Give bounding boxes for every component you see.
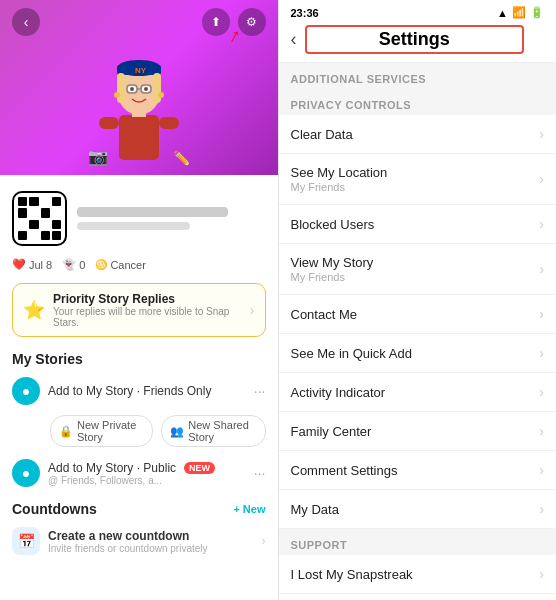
story-label-public: Add to My Story · Public (48, 461, 176, 475)
story-sub-public: @ Friends, Followers, a... (48, 475, 246, 486)
settings-item-my-data[interactable]: My Data › (279, 490, 557, 529)
activity-indicator-chevron: › (539, 384, 544, 400)
family-center-label: Family Center (291, 424, 540, 439)
edit-icon[interactable]: ✏️ (173, 150, 190, 166)
countdown-title: Create a new countdown (48, 529, 254, 543)
settings-item-contact-me[interactable]: Contact Me › (279, 295, 557, 334)
stat-date-value: Jul 8 (29, 259, 52, 271)
priority-card[interactable]: ⭐ Priority Story Replies Your replies wi… (12, 283, 266, 337)
stat-snaps: 👻 0 (62, 258, 85, 271)
settings-item-comment-settings[interactable]: Comment Settings › (279, 451, 557, 490)
settings-title: Settings (305, 25, 525, 54)
quick-add-chevron: › (539, 345, 544, 361)
contact-me-chevron: › (539, 306, 544, 322)
profile-info: ❤️ Jul 8 👻 0 ♋ Cancer (0, 175, 278, 283)
settings-item-activity-indicator[interactable]: Activity Indicator › (279, 373, 557, 412)
support-header: SUPPORT (279, 529, 557, 555)
settings-item-clear-data[interactable]: Clear Data › (279, 115, 557, 154)
my-location-sub: My Friends (291, 181, 540, 193)
new-shared-story-btn[interactable]: 👥 New Shared Story (161, 415, 265, 447)
countdown-sub: Invite friends or countdown privately (48, 543, 254, 554)
new-private-story-btn[interactable]: 🔒 New Private Story (50, 415, 153, 447)
story-item-friends-only[interactable]: ● Add to My Story · Friends Only ··· (0, 371, 278, 411)
profile-header: ‹ ⬆ ⚙ ↑ (0, 0, 278, 175)
svg-rect-6 (117, 73, 125, 103)
snapcode (12, 191, 67, 246)
privacy-controls-header: PRIVACY CONTROLS (279, 89, 557, 115)
right-status-time: 23:36 (291, 7, 319, 19)
countdowns-title: Countdowns (12, 501, 97, 517)
svg-rect-18 (159, 117, 179, 129)
back-button[interactable]: ‹ (12, 8, 40, 36)
view-story-chevron: › (539, 261, 544, 277)
my-data-chevron: › (539, 501, 544, 517)
comment-settings-chevron: › (539, 462, 544, 478)
avatar: NY (84, 40, 194, 170)
profile-stats: ❤️ Jul 8 👻 0 ♋ Cancer (12, 254, 266, 275)
svg-point-11 (144, 87, 148, 91)
right-status-bar: 23:36 ▲ 📶 🔋 (279, 0, 557, 19)
wifi-icon: 📶 (512, 6, 526, 19)
right-back-button[interactable]: ‹ (291, 29, 297, 50)
family-center-chevron: › (539, 423, 544, 439)
view-story-sub: My Friends (291, 271, 540, 283)
lock-icon: 🔒 (59, 425, 73, 438)
svg-rect-17 (99, 117, 119, 129)
activity-indicator-label: Activity Indicator (291, 385, 540, 400)
stat-snaps-value: 0 (79, 259, 85, 271)
story-dots-menu[interactable]: ··· (254, 383, 266, 399)
blocked-users-chevron: › (539, 216, 544, 232)
priority-arrow: › (250, 302, 255, 318)
svg-point-16 (158, 92, 164, 98)
countdown-arrow: › (262, 534, 266, 548)
countdowns-header: Countdowns + New (0, 493, 278, 521)
clear-data-label: Clear Data (291, 127, 540, 142)
settings-item-need-help[interactable]: I Need Help › (279, 594, 557, 600)
clear-data-chevron: › (539, 126, 544, 142)
username-line2 (77, 222, 190, 230)
settings-item-snapstreak[interactable]: I Lost My Snapstreak › (279, 555, 557, 594)
new-badge: NEW (184, 462, 215, 474)
quick-add-label: See Me in Quick Add (291, 346, 540, 361)
settings-item-quick-add[interactable]: See Me in Quick Add › (279, 334, 557, 373)
blocked-users-label: Blocked Users (291, 217, 540, 232)
my-stories-title: My Stories (0, 343, 278, 371)
story-item-public[interactable]: ● Add to My Story · Public NEW @ Friends… (0, 453, 278, 493)
right-panel: 23:36 ▲ 📶 🔋 ‹ Settings ADDITIONAL SERVIC… (279, 0, 557, 600)
story-icon-public: ● (12, 459, 40, 487)
right-header: ‹ Settings (279, 19, 557, 63)
location-icon: ▲ (497, 7, 508, 19)
story-public-dots-menu[interactable]: ··· (254, 465, 266, 481)
countdown-item[interactable]: 📅 Create a new countdown Invite friends … (0, 521, 278, 561)
settings-item-family-center[interactable]: Family Center › (279, 412, 557, 451)
left-panel: ‹ ⬆ ⚙ ↑ (0, 0, 278, 600)
priority-text: Priority Story Replies Your replies will… (53, 292, 242, 328)
settings-item-my-location[interactable]: See My Location My Friends › (279, 154, 557, 205)
stat-zodiac: ♋ Cancer (95, 259, 145, 271)
settings-item-blocked-users[interactable]: Blocked Users › (279, 205, 557, 244)
countdown-text: Create a new countdown Invite friends or… (48, 529, 254, 554)
svg-point-10 (130, 87, 134, 91)
people-icon: 👥 (170, 425, 184, 438)
username-line1 (77, 207, 228, 217)
stat-date: ❤️ Jul 8 (12, 258, 52, 271)
my-location-chevron: › (539, 171, 544, 187)
contact-me-label: Contact Me (291, 307, 540, 322)
upload-button[interactable]: ⬆ (202, 8, 230, 36)
new-private-story-label: New Private Story (77, 419, 144, 443)
story-sub-row: 🔒 New Private Story 👥 New Shared Story (0, 411, 278, 453)
camera-icon[interactable]: 📷 (88, 147, 108, 166)
countdown-icon: 📅 (12, 527, 40, 555)
circle-story-icon: ● (22, 383, 30, 399)
story-icon-friends: ● (12, 377, 40, 405)
story-label-friends: Add to My Story · Friends Only (48, 384, 246, 398)
svg-point-15 (114, 92, 120, 98)
snap-icon: 👻 (62, 258, 76, 271)
new-countdown-btn[interactable]: + New (233, 503, 265, 515)
settings-item-view-story[interactable]: View My Story My Friends › (279, 244, 557, 295)
username-area (77, 207, 266, 230)
snapstreak-label: I Lost My Snapstreak (291, 567, 540, 582)
heart-icon: ❤️ (12, 258, 26, 271)
view-story-label: View My Story (291, 255, 540, 270)
star-icon: ⭐ (23, 299, 45, 321)
